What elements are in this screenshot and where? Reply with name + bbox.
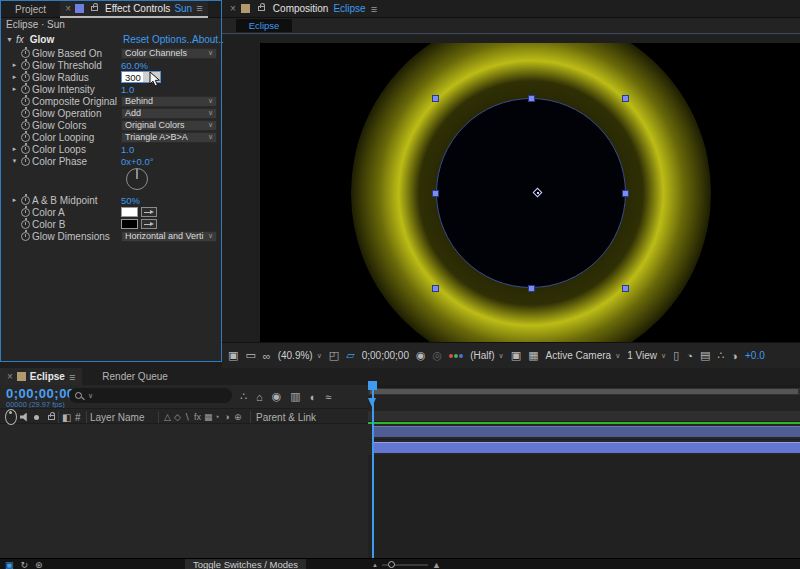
camera-dropdown[interactable]: Active Camera∨ — [546, 350, 621, 361]
expander-right-icon[interactable]: ► — [10, 197, 19, 203]
label-column-icon[interactable]: ◧ — [62, 409, 71, 425]
stopwatch-icon[interactable] — [21, 49, 30, 58]
live-update-icon[interactable]: ↻ — [21, 560, 29, 569]
stereo-3d-view-icon[interactable]: ∞ — [263, 350, 271, 362]
anchor-point-icon[interactable] — [532, 187, 544, 199]
target-region-icon[interactable]: ▣ — [511, 349, 521, 362]
video-column-icon[interactable] — [5, 409, 17, 425]
property-dropdown-glow-colors[interactable]: Original Colors∨ — [121, 120, 217, 131]
panel-menu-icon[interactable]: ≡ — [371, 3, 377, 15]
stopwatch-icon[interactable] — [21, 121, 30, 130]
stopwatch-icon[interactable] — [21, 61, 30, 70]
graph-editor-icon[interactable]: ≈ — [325, 391, 331, 403]
magnification-dropdown[interactable]: (40.9%)∨ — [278, 350, 322, 361]
flowchart-view-icon[interactable]: ⊛ — [35, 560, 43, 569]
selection-handle[interactable] — [622, 190, 629, 197]
selection-handle[interactable] — [528, 95, 535, 102]
panel-menu-icon[interactable]: ≡ — [69, 371, 75, 383]
timeline-button-icon[interactable]: ▤ — [700, 349, 710, 362]
switch-column-6[interactable]: ◑ — [224, 409, 229, 425]
layer-bar-sun[interactable] — [373, 442, 800, 453]
eyedropper-icon[interactable] — [141, 207, 157, 217]
property-dropdown-composite-original[interactable]: Behind∨ — [121, 96, 217, 107]
show-snapshot-icon[interactable]: ◎ — [433, 349, 443, 362]
playhead-line[interactable] — [372, 388, 374, 558]
tab-effect-controls[interactable]: × Effect Controls Sun ≡ — [60, 1, 207, 18]
stopwatch-icon[interactable] — [21, 133, 30, 142]
track-row-sun[interactable] — [368, 440, 800, 456]
close-icon[interactable]: × — [7, 371, 13, 382]
lock-icon[interactable] — [258, 6, 265, 11]
chevron-down-icon[interactable]: ∨ — [88, 392, 93, 400]
selection-handle[interactable] — [528, 285, 535, 292]
audio-column-icon[interactable] — [20, 409, 29, 425]
property-dropdown-glow-dimensions[interactable]: Horizontal and Verti∨ — [121, 231, 217, 242]
expander-right-icon[interactable]: ► — [10, 146, 19, 152]
fx-badge-icon[interactable]: fx — [16, 34, 24, 45]
selection-handle[interactable] — [622, 95, 629, 102]
close-icon[interactable]: × — [230, 3, 236, 14]
current-timecode[interactable]: 0;00;00;00 — [6, 386, 75, 401]
selection-handle[interactable] — [622, 285, 629, 292]
close-icon[interactable]: × — [65, 3, 71, 14]
timeline-graph-area[interactable] — [368, 385, 800, 558]
search-input[interactable]: ∨ — [69, 388, 232, 403]
zoom-out-icon[interactable]: ▲ — [372, 562, 378, 568]
property-value[interactable]: 50% — [121, 195, 140, 206]
property-dropdown-color-looping[interactable]: Triangle A>B>A∨ — [121, 132, 217, 143]
frame-blending-icon[interactable]: ▥ — [290, 390, 300, 403]
stopwatch-icon[interactable] — [21, 109, 30, 118]
composition-mini-flowchart-icon[interactable]: ∴ — [240, 390, 247, 403]
tab-project[interactable]: Project — [1, 4, 60, 15]
switch-column-3[interactable]: fx — [194, 409, 201, 425]
switch-column-7[interactable]: ⊕ — [234, 409, 242, 425]
track-row-moon[interactable] — [368, 424, 800, 440]
expander-right-icon[interactable]: ► — [10, 86, 19, 92]
composition-viewer[interactable] — [222, 35, 800, 342]
color-phase-dial[interactable] — [126, 168, 148, 190]
stopwatch-icon[interactable] — [21, 208, 30, 217]
eyedropper-icon[interactable] — [141, 219, 157, 229]
fast-preview-icon[interactable]: ◔ — [686, 350, 693, 362]
effect-name[interactable]: Glow — [30, 34, 54, 45]
moon-shape[interactable] — [436, 98, 626, 288]
composition-stage[interactable] — [260, 43, 800, 342]
time-ruler[interactable] — [368, 395, 800, 411]
stopwatch-icon[interactable] — [21, 85, 30, 94]
selection-handle[interactable] — [432, 95, 439, 102]
tab-render-queue[interactable]: Render Queue — [102, 371, 168, 382]
mask-visibility-icon[interactable]: ▱ — [346, 349, 354, 362]
switch-column-1[interactable]: ◇ — [174, 409, 181, 425]
switch-column-4[interactable]: ▦ — [204, 409, 213, 425]
expand-layer-pane-icon[interactable]: ▣ — [5, 560, 14, 569]
expander-down-icon[interactable]: ▼ — [6, 36, 13, 43]
stopwatch-icon[interactable] — [21, 97, 30, 106]
work-area-bar[interactable] — [368, 388, 800, 395]
lock-column-icon[interactable] — [45, 409, 58, 425]
toggle-switches-modes-button[interactable]: Toggle Switches / Modes — [185, 559, 306, 569]
composition-tabbar[interactable]: × Composition Eclipse ≡ — [222, 0, 800, 18]
property-dropdown-glow-based-on[interactable]: Color Channels∨ — [121, 48, 217, 59]
exposure-value[interactable]: +0.0 — [745, 350, 765, 361]
expander-right-icon[interactable]: ► — [10, 74, 19, 80]
property-value[interactable]: 60.0% — [121, 60, 148, 71]
stopwatch-icon[interactable] — [21, 73, 30, 82]
options-link[interactable]: Options... — [152, 34, 195, 45]
draft-3d-icon[interactable]: ⌂ — [256, 391, 263, 403]
property-value[interactable]: 0x+0.0° — [121, 156, 154, 167]
expander-right-icon[interactable]: ► — [10, 62, 19, 68]
layer-list-empty-area[interactable] — [0, 456, 368, 558]
graph-empty-area[interactable] — [368, 456, 800, 558]
solo-column-icon[interactable] — [34, 409, 39, 425]
zoom-slider[interactable] — [382, 564, 428, 566]
preview-timecode[interactable]: 0;00;00;00 — [362, 350, 409, 361]
property-value[interactable]: 1.0 — [121, 144, 134, 155]
playhead-handle[interactable] — [368, 381, 377, 390]
selection-handle[interactable] — [432, 285, 439, 292]
property-dropdown-glow-operation[interactable]: Add∨ — [121, 108, 217, 119]
stopwatch-icon[interactable] — [21, 220, 30, 229]
pixel-aspect-icon[interactable]: ▯ — [673, 349, 679, 362]
panel-menu-icon[interactable]: ≡ — [196, 2, 202, 14]
switch-column-5[interactable]: ◔ — [214, 409, 219, 425]
lock-icon[interactable] — [91, 6, 98, 11]
